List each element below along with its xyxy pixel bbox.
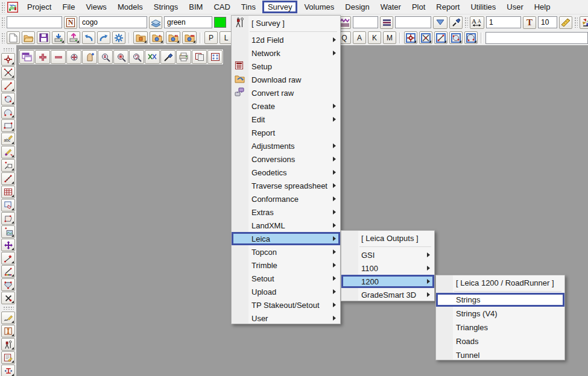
grid-icon[interactable] <box>1 186 15 198</box>
name-input[interactable] <box>7 16 62 28</box>
snap-intersect-icon[interactable] <box>1 66 15 79</box>
recent-project-2-icon[interactable] <box>166 31 180 44</box>
open-icon[interactable] <box>22 31 35 44</box>
menu-item-report[interactable]: Report <box>232 126 340 139</box>
snap-circle-icon[interactable] <box>449 31 463 44</box>
symbol-pencil-icon[interactable] <box>1 146 15 158</box>
a-button[interactable]: A <box>353 31 366 44</box>
menu-design[interactable]: Design <box>340 1 375 13</box>
menu-item-create[interactable]: Create <box>232 99 340 113</box>
menu-item-geodetics[interactable]: Geodetics <box>232 166 340 179</box>
menu-item-edit[interactable]: Edit <box>232 113 340 126</box>
menu-models[interactable]: Models <box>112 1 148 13</box>
menu-item-1100[interactable]: 1100 <box>341 262 434 275</box>
ruler-icon[interactable] <box>559 16 572 29</box>
grid-window-icon[interactable] <box>207 50 223 64</box>
settings-icon[interactable] <box>112 31 125 44</box>
height-input[interactable] <box>538 16 557 28</box>
menu-item-traverse-spreadsheet[interactable]: Traverse spreadsheet <box>232 179 340 192</box>
create-point-icon[interactable] <box>1 159 15 172</box>
menu-tins[interactable]: Tins <box>236 1 261 13</box>
menu-volumes[interactable]: Volumes <box>299 1 340 13</box>
pan-icon[interactable] <box>82 50 97 64</box>
snap-point-icon[interactable] <box>1 53 15 66</box>
recent-project-1-icon[interactable] <box>150 31 164 44</box>
menu-item-setup[interactable]: Setup <box>232 60 340 73</box>
rounded-polygon-icon[interactable] <box>1 212 15 225</box>
menu-item-tunnel[interactable]: Tunnel <box>436 348 564 362</box>
menu-item-conformance[interactable]: Conformance <box>232 192 340 205</box>
menu-item-user[interactable]: User <box>232 312 340 325</box>
text-style-icon[interactable]: T <box>523 16 536 29</box>
menu-item-topcon[interactable]: Topcon <box>232 245 340 258</box>
menu-file[interactable]: File <box>57 1 80 13</box>
redraw-icon[interactable] <box>160 50 175 64</box>
snap-point-icon[interactable] <box>404 31 417 44</box>
menu-item-triangles[interactable]: Triangles <box>436 321 564 334</box>
recent-project-3-icon[interactable] <box>182 31 197 44</box>
plot-icon[interactable] <box>176 50 191 64</box>
menu-report[interactable]: Report <box>431 1 465 13</box>
menu-cad[interactable]: CAD <box>208 1 235 13</box>
dropdown-icon[interactable] <box>433 16 447 29</box>
menu-item-setout[interactable]: Setout <box>232 272 340 285</box>
project-folder-icon[interactable] <box>133 31 148 44</box>
zoom-centre-icon[interactable] <box>113 50 128 64</box>
text-abc-icon[interactable]: abc <box>1 133 15 145</box>
zoom-previous-icon[interactable] <box>129 50 144 64</box>
snap-intersect-icon[interactable] <box>419 31 432 44</box>
menu-item-roads[interactable]: Roads <box>436 334 564 348</box>
surveyor-icon[interactable] <box>1 338 15 351</box>
menu-utilities[interactable]: Utilities <box>465 1 501 13</box>
m-button[interactable]: M <box>383 31 396 44</box>
menu-item-strings-v4[interactable]: Strings (V4) <box>436 307 564 321</box>
remove-view-icon[interactable] <box>51 50 66 64</box>
measure-icon[interactable] <box>1 172 15 185</box>
export-icon[interactable] <box>67 31 80 44</box>
add-view-icon[interactable] <box>35 50 50 64</box>
menu-item-network[interactable]: Network <box>232 46 340 60</box>
menu-item-gsi[interactable]: GSI <box>341 248 434 262</box>
k-button[interactable]: K <box>368 31 381 44</box>
linestyle-input[interactable] <box>353 16 378 28</box>
colour-input[interactable] <box>164 16 212 28</box>
menu-item-strings[interactable]: Strings <box>436 293 564 307</box>
text-size-icon[interactable]: AA <box>470 16 484 29</box>
models-icon[interactable] <box>149 16 162 29</box>
toolbar-grip[interactable] <box>464 17 468 28</box>
delete-x-icon[interactable] <box>1 292 15 304</box>
colour-line-icon[interactable] <box>1 265 15 278</box>
new-icon[interactable] <box>7 31 20 44</box>
menu-help[interactable]: Help <box>529 1 556 13</box>
angle-star-icon[interactable] <box>1 252 15 265</box>
p-button[interactable]: P <box>204 31 218 44</box>
menu-strings[interactable]: Strings <box>148 1 183 13</box>
snaps-toggle-icon[interactable] <box>145 50 160 64</box>
colour-swatch[interactable] <box>214 17 226 28</box>
style-input[interactable] <box>395 16 431 28</box>
toolbar-grip[interactable] <box>3 306 14 310</box>
toolbar-grip[interactable] <box>1 2 5 13</box>
menu-item-landxml[interactable]: LandXML <box>232 219 340 232</box>
undo-icon[interactable] <box>82 31 95 44</box>
menu-project[interactable]: Project <box>22 1 57 13</box>
toolbar-grip[interactable] <box>1 17 5 28</box>
snap-line-icon[interactable] <box>434 31 447 44</box>
pinwheel-icon[interactable] <box>580 16 588 29</box>
menu-item-extras[interactable]: Extras <box>232 205 340 219</box>
menu-item-tp-stakeout-setout[interactable]: TP Stakeout/Setout <box>232 298 340 312</box>
interface-i-icon[interactable] <box>1 325 15 337</box>
window-polygon-icon[interactable] <box>1 199 15 212</box>
freehand-pencil-icon[interactable] <box>1 312 15 324</box>
menu-item-download-raw[interactable]: Download raw <box>232 73 340 86</box>
symbol-arrows-icon[interactable] <box>1 365 15 376</box>
menu-water[interactable]: Water <box>375 1 406 13</box>
move-arrows-icon[interactable] <box>1 239 15 251</box>
image-plus-icon[interactable] <box>1 225 15 238</box>
eyedropper-icon[interactable] <box>449 16 463 29</box>
zoom-extents-icon[interactable] <box>66 50 81 64</box>
snap-arc-icon[interactable] <box>1 106 15 119</box>
n-style-icon[interactable]: N <box>64 16 77 29</box>
save-icon[interactable] <box>37 31 50 44</box>
menu-item-trimble[interactable]: Trimble <box>232 258 340 272</box>
